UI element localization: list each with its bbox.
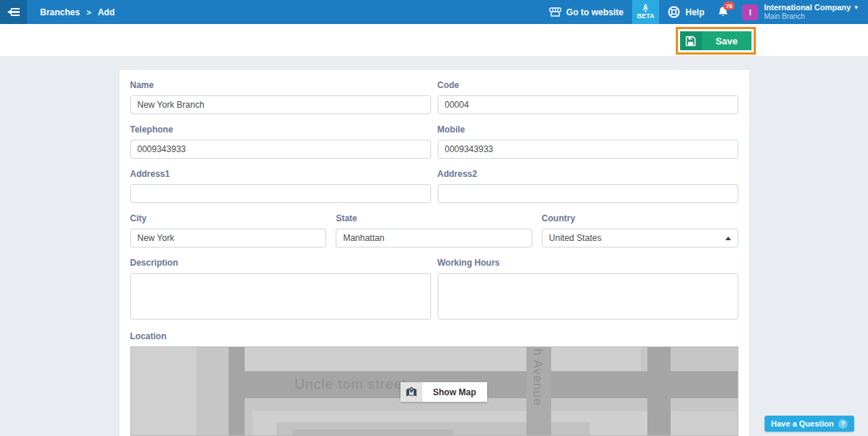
save-button-highlight: Save — [676, 27, 756, 55]
telephone-label: Telephone — [130, 124, 431, 135]
city-label: City — [130, 213, 327, 223]
have-a-question-label: Have a Question — [771, 419, 834, 428]
question-mark-icon: ? — [838, 419, 848, 429]
address1-label: Address1 — [130, 169, 431, 179]
go-to-website-label: Go to website — [567, 7, 624, 17]
save-button-label: Save — [702, 36, 751, 47]
map-block — [245, 347, 641, 371]
map-street — [647, 347, 671, 436]
map-street-name: Uncle tom street — [295, 376, 407, 392]
top-navbar: Branches > Add Go to website — [0, 0, 868, 24]
map-block — [675, 411, 738, 436]
sidebar-collapse-button[interactable] — [0, 0, 27, 24]
help-button[interactable]: Help — [659, 0, 713, 24]
mobile-label: Mobile — [438, 124, 738, 135]
notification-count-badge: 78 — [723, 1, 735, 10]
mobile-input[interactable] — [438, 140, 738, 159]
storefront-icon — [549, 7, 561, 17]
page-body: Name Code Telephone Mobile Address1 — [0, 69, 868, 436]
telephone-input[interactable] — [130, 140, 431, 159]
go-to-website-button[interactable]: Go to website — [540, 0, 633, 24]
code-input[interactable] — [438, 95, 738, 114]
country-select[interactable]: United States — [542, 229, 738, 247]
show-map-button[interactable]: Show Map — [401, 382, 487, 402]
account-menu[interactable]: I International Company ▾ Main Branch — [736, 3, 868, 21]
breadcrumb-separator: > — [87, 8, 91, 17]
state-input[interactable] — [336, 229, 532, 247]
breadcrumb: Branches > Add — [40, 7, 114, 17]
company-branch: Main Branch — [764, 12, 858, 21]
beta-label: BETA — [637, 13, 655, 20]
description-label: Description — [130, 258, 431, 268]
breadcrumb-add: Add — [98, 7, 114, 17]
name-label: Name — [130, 80, 431, 90]
save-floppy-icon — [680, 31, 702, 50]
chevron-down-icon: ▾ — [854, 4, 858, 12]
country-selected-value: United States — [542, 229, 738, 247]
address2-input[interactable] — [438, 184, 738, 203]
action-toolbar: Save — [0, 24, 868, 56]
address2-label: Address2 — [438, 169, 738, 179]
state-label: State — [336, 213, 532, 223]
help-label: Help — [685, 7, 704, 17]
working-hours-textarea[interactable] — [438, 273, 738, 320]
collapse-arrow-icon — [7, 7, 20, 17]
map-avenue-name: h Avenue — [530, 349, 545, 436]
caret-up-icon — [725, 237, 731, 240]
branch-form-card: Name Code Telephone Mobile Address1 — [119, 69, 750, 436]
location-map-placeholder: Uncle tom street h Avenue Show Map — [130, 346, 738, 436]
address1-input[interactable] — [130, 184, 431, 203]
save-button[interactable]: Save — [680, 31, 751, 50]
company-avatar: I — [742, 4, 758, 20]
beta-badge[interactable]: BETA — [632, 0, 659, 24]
breadcrumb-branches[interactable]: Branches — [40, 7, 80, 17]
company-name: International Company — [764, 3, 851, 12]
notifications-button[interactable]: 78 — [717, 0, 729, 24]
country-label: Country — [542, 213, 738, 223]
name-input[interactable] — [130, 95, 431, 114]
map-street — [229, 347, 245, 436]
map-block — [131, 347, 197, 436]
code-label: Code — [438, 80, 738, 90]
have-a-question-button[interactable]: Have a Question ? — [765, 416, 854, 432]
map-pin-icon — [401, 382, 422, 402]
map-block — [293, 429, 453, 436]
location-label: Location — [130, 331, 738, 341]
city-input[interactable] — [130, 229, 327, 247]
description-textarea[interactable] — [130, 273, 431, 320]
show-map-label: Show Map — [422, 387, 487, 397]
life-ring-icon — [668, 6, 680, 18]
working-hours-label: Working Hours — [438, 258, 738, 268]
